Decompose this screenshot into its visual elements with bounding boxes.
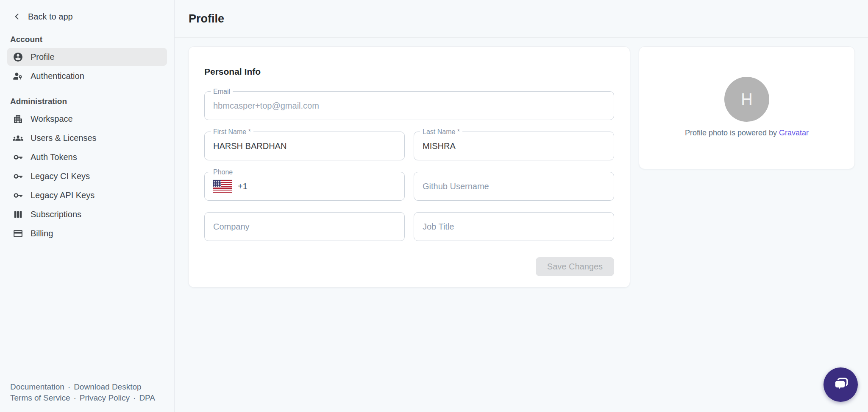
- sidebar-item-label: Billing: [31, 229, 53, 238]
- first-name-label: First Name *: [211, 128, 253, 136]
- sidebar-item-subscriptions[interactable]: Subscriptions: [7, 205, 167, 223]
- back-to-app-button[interactable]: Back to app: [7, 10, 167, 23]
- gravatar-link[interactable]: Gravatar: [779, 129, 809, 137]
- last-name-label: Last Name *: [420, 128, 462, 136]
- sidebar-item-label: Legacy CI Keys: [31, 171, 90, 181]
- footer-link-download-desktop[interactable]: Download Desktop: [74, 382, 141, 391]
- first-name-field: First Name *: [204, 132, 405, 160]
- dot-separator: ·: [133, 393, 136, 402]
- us-flag-icon[interactable]: [213, 180, 232, 193]
- gravatar-caption: Profile photo is powered by Gravatar: [685, 129, 809, 137]
- sidebar-item-legacy-ci-keys[interactable]: Legacy CI Keys: [7, 167, 167, 185]
- account-circle-icon: [13, 52, 23, 62]
- save-changes-button[interactable]: Save Changes: [536, 257, 614, 276]
- columns-icon: [13, 209, 23, 220]
- main-content: Profile Personal Info Email First Name *…: [175, 0, 868, 412]
- sidebar-item-users-licenses[interactable]: Users & Licenses: [7, 129, 167, 147]
- account-nav: Profile Authentication: [7, 48, 167, 85]
- page-header: Profile: [175, 0, 868, 38]
- job-title-field: [414, 212, 614, 241]
- save-row: Save Changes: [204, 257, 614, 276]
- footer-link-terms[interactable]: Terms of Service: [10, 393, 70, 402]
- phone-field: Phone: [204, 172, 405, 201]
- section-label-administration: Administration: [7, 97, 167, 106]
- email-field: Email: [204, 91, 614, 120]
- chevron-left-icon: [12, 12, 22, 21]
- footer-link-privacy[interactable]: Privacy Policy: [80, 393, 130, 402]
- back-to-app-label: Back to app: [28, 12, 73, 22]
- sidebar: Back to app Account Profile Authenticati…: [0, 0, 175, 412]
- page-title: Profile: [189, 12, 224, 25]
- content-area: Personal Info Email First Name * Last Na…: [175, 38, 868, 288]
- github-username-field: [414, 172, 614, 201]
- avatar-letter: H: [741, 90, 752, 109]
- sidebar-item-label: Authentication: [31, 71, 84, 81]
- phone-input[interactable]: [232, 172, 404, 200]
- groups-icon: [13, 133, 23, 143]
- key-icon: [13, 152, 23, 163]
- sidebar-item-auth-tokens[interactable]: Auth Tokens: [7, 148, 167, 166]
- sidebar-item-legacy-api-keys[interactable]: Legacy API Keys: [7, 186, 167, 204]
- dot-separator: ·: [68, 382, 70, 391]
- key-icon: [13, 190, 23, 201]
- sidebar-item-label: Legacy API Keys: [31, 191, 95, 200]
- personal-info-title: Personal Info: [204, 67, 614, 77]
- administration-nav: Workspace Users & Licenses Auth Tokens L…: [7, 110, 167, 242]
- phone-github-row: Phone: [204, 172, 614, 201]
- person-key-icon: [13, 71, 23, 81]
- sidebar-item-label: Auth Tokens: [31, 152, 77, 162]
- credit-card-icon: [13, 228, 23, 239]
- email-label: Email: [211, 87, 233, 96]
- job-title-input[interactable]: [414, 213, 614, 241]
- gravatar-card: H Profile photo is powered by Gravatar: [639, 46, 855, 169]
- sidebar-item-label: Profile: [31, 52, 55, 62]
- avatar: H: [724, 77, 769, 122]
- last-name-field: Last Name *: [414, 132, 614, 160]
- sidebar-item-label: Workspace: [31, 114, 73, 124]
- section-label-account: Account: [7, 35, 167, 44]
- building-icon: [13, 114, 23, 124]
- phone-label: Phone: [211, 168, 235, 177]
- sidebar-item-label: Users & Licenses: [31, 133, 97, 143]
- chat-bubbles-icon: [831, 375, 851, 395]
- sidebar-item-profile[interactable]: Profile: [7, 48, 167, 66]
- sidebar-item-label: Subscriptions: [31, 210, 81, 219]
- dot-separator: ·: [73, 393, 76, 402]
- footer-link-documentation[interactable]: Documentation: [10, 382, 64, 391]
- sidebar-footer: Documentation·Download Desktop Terms of …: [7, 381, 167, 412]
- footer-link-dpa[interactable]: DPA: [139, 393, 155, 402]
- name-row: First Name * Last Name *: [204, 132, 614, 160]
- sidebar-item-billing[interactable]: Billing: [7, 224, 167, 242]
- footer-row-1: Documentation·Download Desktop: [10, 381, 164, 392]
- company-field: [204, 212, 405, 241]
- sidebar-item-workspace[interactable]: Workspace: [7, 110, 167, 128]
- company-jobtitle-row: [204, 212, 614, 241]
- personal-info-card: Personal Info Email First Name * Last Na…: [188, 46, 630, 288]
- gravatar-caption-text: Profile photo is powered by: [685, 129, 777, 137]
- github-username-input[interactable]: [414, 172, 614, 200]
- email-input[interactable]: [205, 92, 614, 120]
- chat-widget-button[interactable]: [823, 367, 858, 402]
- company-input[interactable]: [205, 213, 404, 241]
- sidebar-item-authentication[interactable]: Authentication: [7, 67, 167, 85]
- key-icon: [13, 171, 23, 182]
- footer-row-2: Terms of Service·Privacy Policy·DPA: [10, 392, 164, 404]
